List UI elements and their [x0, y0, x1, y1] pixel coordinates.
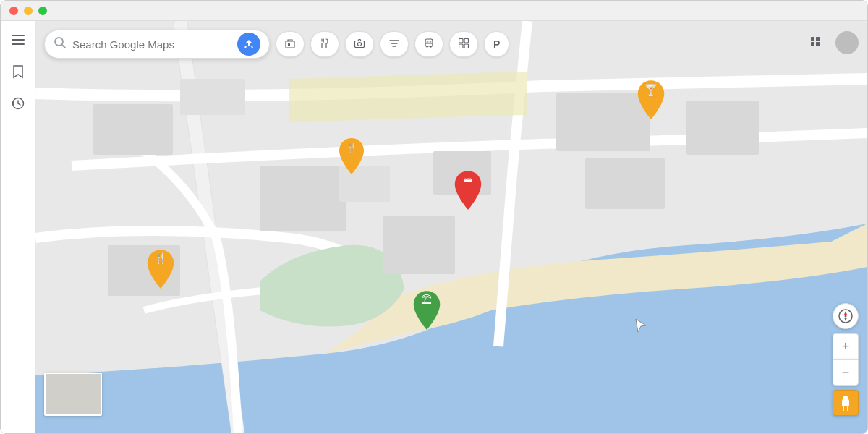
- chip-restaurants[interactable]: [310, 31, 339, 57]
- chip-photos[interactable]: [345, 31, 374, 57]
- svg-rect-7: [355, 41, 365, 47]
- filter-icon: [389, 39, 399, 50]
- grid-icon[interactable]: [804, 30, 830, 56]
- pin-restaurant2[interactable]: 🍴: [143, 248, 178, 290]
- searchbar-row: P: [44, 30, 859, 59]
- camera-icon: [354, 39, 365, 50]
- svg-point-31: [343, 142, 360, 159]
- svg-rect-19: [816, 42, 820, 46]
- top-right-controls: [804, 30, 859, 56]
- chip-filter[interactable]: [380, 31, 409, 57]
- svg-rect-1: [12, 39, 25, 41]
- svg-rect-2: [12, 43, 25, 45]
- svg-rect-16: [811, 37, 814, 41]
- compass-button[interactable]: [833, 303, 859, 329]
- svg-rect-17: [816, 37, 820, 41]
- svg-point-4: [55, 38, 63, 46]
- svg-rect-13: [464, 38, 469, 43]
- zoom-out-icon: −: [842, 365, 850, 380]
- svg-rect-18: [811, 42, 814, 46]
- svg-rect-15: [464, 44, 469, 48]
- pegman-button[interactable]: [833, 390, 859, 416]
- svg-point-33: [845, 315, 847, 318]
- app-window: P: [0, 0, 868, 434]
- chip-more[interactable]: [449, 31, 478, 57]
- search-box[interactable]: [44, 30, 270, 59]
- parking-icon: P: [493, 38, 500, 50]
- search-input[interactable]: [72, 38, 231, 51]
- map-view[interactable]: 🍴 🍸 🛏: [35, 21, 867, 433]
- minimize-button[interactable]: [24, 7, 33, 15]
- zoom-out-button[interactable]: −: [833, 359, 859, 386]
- pin-hotel1[interactable]: 🛏: [451, 169, 485, 211]
- transit-icon: [424, 38, 434, 51]
- sidebar-history-icon[interactable]: [8, 93, 28, 114]
- svg-rect-29: [180, 79, 245, 115]
- svg-rect-0: [12, 35, 25, 36]
- app-body: P: [1, 21, 867, 433]
- map-controls: + −: [833, 303, 859, 416]
- svg-rect-24: [260, 166, 346, 231]
- chip-hotels[interactable]: [276, 31, 305, 57]
- svg-rect-23: [686, 101, 759, 155]
- svg-rect-14: [459, 44, 464, 48]
- svg-point-11: [430, 46, 431, 47]
- sidebar: [1, 21, 35, 433]
- fork-knife-icon: [320, 38, 330, 51]
- maximize-button[interactable]: [38, 7, 47, 15]
- zoom-controls: + −: [833, 333, 859, 386]
- svg-rect-25: [383, 216, 455, 274]
- mini-map[interactable]: [44, 373, 102, 416]
- chip-transit[interactable]: [414, 31, 443, 57]
- zoom-in-button[interactable]: +: [833, 333, 859, 359]
- svg-point-8: [358, 42, 362, 46]
- titlebar: [1, 1, 867, 21]
- main-content: P: [35, 21, 867, 433]
- chip-parking[interactable]: P: [484, 31, 509, 57]
- svg-rect-21: [93, 104, 173, 155]
- pin-bar1[interactable]: 🍸: [634, 79, 668, 121]
- pin-beach1[interactable]: ⛱: [409, 289, 444, 331]
- sidebar-menu-icon[interactable]: [8, 30, 28, 50]
- hotels-icon: [285, 38, 295, 51]
- filter-chips: P: [276, 31, 509, 57]
- search-icon: [54, 36, 67, 52]
- svg-rect-9: [425, 39, 433, 46]
- pin-restaurant1[interactable]: 🍴: [336, 137, 367, 176]
- zoom-in-icon: +: [842, 339, 850, 354]
- svg-rect-12: [459, 38, 464, 43]
- svg-rect-6: [288, 43, 290, 46]
- more-icon: [459, 38, 469, 51]
- svg-point-10: [426, 46, 427, 47]
- map-svg: [35, 21, 867, 433]
- user-avatar[interactable]: [835, 31, 859, 54]
- close-button[interactable]: [9, 7, 18, 15]
- svg-rect-28: [585, 158, 665, 209]
- sidebar-saved-icon[interactable]: [8, 61, 28, 82]
- directions-button[interactable]: [237, 33, 260, 56]
